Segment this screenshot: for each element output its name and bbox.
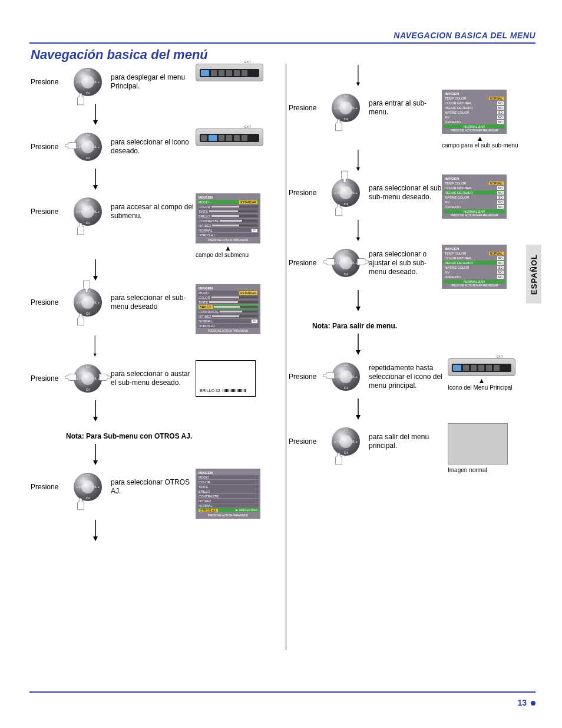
- control-knob: ◄ VOLVOL ►CHCH: [325, 245, 366, 281]
- flow-arrow-icon: [330, 150, 386, 171]
- flow-arrow-icon: [67, 335, 123, 357]
- tv-device-bar: EXIT: [448, 358, 515, 376]
- press-label: Presione: [31, 78, 67, 86]
- flow-arrow-icon: [330, 334, 386, 355]
- svg-marker-1: [93, 120, 98, 125]
- svg-marker-11: [93, 460, 98, 465]
- flow-arrow-icon: [330, 290, 386, 311]
- section-note: Nota: Para Sub-menu con OTROS AJ.: [66, 432, 284, 440]
- osd-submenu-panel: IMAGENTEMP COLORNORMALCOLOR NATURALNORED…: [442, 245, 507, 289]
- flow-arrow-icon: [330, 398, 386, 420]
- header-rule: [29, 42, 535, 44]
- control-knob: ◄ VOLVOL ►CHCH: [67, 360, 108, 397]
- control-knob: ◄ VOLVOL ►CHCH: [67, 469, 108, 505]
- flow-arrow-icon: [67, 169, 123, 190]
- step-text: para desplegar el menu Principal.: [108, 73, 196, 91]
- control-knob: ◄ VOLVOL ►CHCH: [325, 423, 366, 460]
- control-knob: ◄ VOLVOL ►CHCH: [67, 193, 108, 230]
- left-column: Presione ◄ VOLVOL ►CHCH para desplegar e…: [31, 64, 287, 650]
- flow-arrow-icon: [330, 65, 386, 86]
- svg-marker-3: [93, 185, 98, 190]
- section-note: Nota: Para salir de menu.: [312, 322, 542, 330]
- osd-submenu-panel: IMAGENTEMP COLORNORMALCOLOR NATURALNORED…: [442, 90, 507, 134]
- svg-marker-25: [356, 415, 361, 420]
- flow-arrow-icon: [330, 220, 386, 241]
- page-number: 13: [518, 698, 535, 707]
- svg-marker-15: [356, 83, 359, 86]
- svg-marker-19: [356, 238, 359, 241]
- control-knob: ◄ VOLVOL ►CHCH: [67, 64, 108, 100]
- osd-menu-panel: IMAGENMODOESTANDARCOLORTINTEBRILLOCONTRA…: [196, 284, 260, 334]
- svg-marker-23: [356, 350, 361, 355]
- control-knob: ◄ VOLVOL ►CHCH: [67, 129, 108, 165]
- control-knob: ◄ VOLVOL ►CHCH: [325, 358, 366, 395]
- control-knob: ◄ VOLVOL ►CHCH: [325, 174, 366, 211]
- control-knob: ◄ VOLVOL ►CHCH: [67, 284, 108, 321]
- flow-arrow-icon: [67, 444, 123, 465]
- svg-marker-5: [93, 276, 98, 281]
- flow-arrow-icon: [67, 520, 123, 541]
- osd-menu-panel: IMAGENMODOCOLORTINTEBRILLOCONTRASTENITID…: [196, 469, 260, 519]
- svg-marker-7: [94, 354, 97, 357]
- svg-marker-17: [356, 167, 359, 171]
- adjustment-preview: BRILLO 32: [196, 360, 256, 397]
- tv-device-bar: EXIT: [196, 64, 263, 81]
- svg-marker-21: [356, 307, 361, 311]
- blank-screen: [448, 423, 508, 465]
- page-title: Navegación basica del menú: [31, 47, 208, 62]
- osd-submenu-panel: IMAGENTEMP COLORNORMALCOLOR NATURALNORED…: [442, 174, 507, 219]
- flow-arrow-icon: [67, 400, 123, 421]
- flow-arrow-icon: [67, 104, 123, 125]
- osd-menu-panel: IMAGENMODOESTANDARCOLORTINTEBRILLOCONTRA…: [196, 193, 260, 243]
- svg-marker-9: [93, 417, 98, 421]
- right-column: Presione ◄ VOLVOL ►CHCH para entrar al s…: [289, 64, 546, 650]
- control-knob: ◄ VOLVOL ►CHCH: [325, 90, 366, 126]
- footer-rule: [29, 691, 535, 693]
- running-header: NAVEGACION BASICA DEL MENU: [394, 31, 535, 40]
- tv-device-bar: EXIT: [196, 129, 263, 146]
- svg-marker-13: [93, 536, 98, 541]
- flow-arrow-icon: [67, 259, 123, 281]
